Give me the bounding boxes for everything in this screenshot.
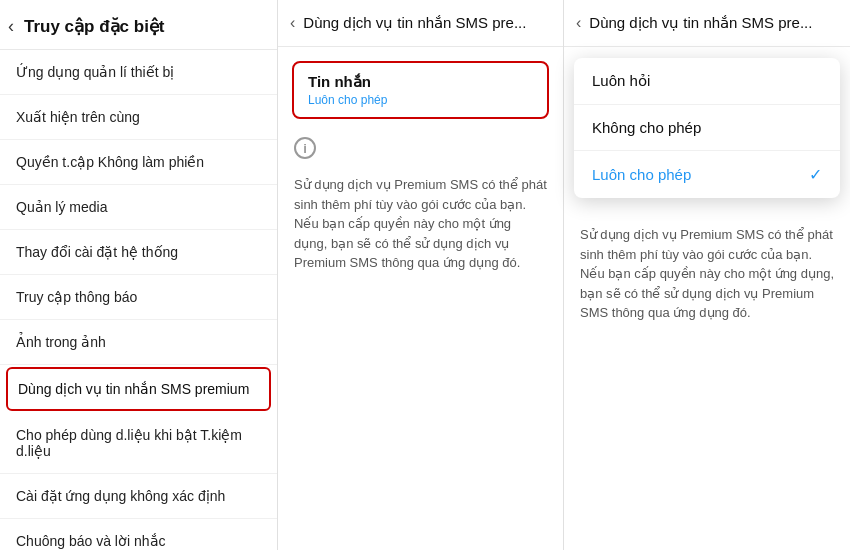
left-menu-list: Ứng dụng quản lí thiết bịXuất hiện trên …	[0, 50, 277, 550]
dropdown-item-khong-cho-phep[interactable]: Không cho phép	[574, 105, 840, 151]
right-panel-title: Dùng dịch vụ tin nhắn SMS pre...	[589, 14, 812, 32]
info-circle-icon: i	[294, 137, 316, 159]
middle-panel: ‹ Dùng dịch vụ tin nhắn SMS pre... Tin n…	[278, 0, 564, 550]
left-header: ‹ Truy cập đặc biệt	[0, 0, 277, 50]
tin-nhan-sublabel: Luôn cho phép	[308, 93, 533, 107]
check-mark-icon: ✓	[809, 165, 822, 184]
sidebar-item-cho-phep-dung[interactable]: Cho phép dùng d.liệu khi bật T.kiệm d.li…	[0, 413, 277, 474]
dropdown-item-label-luon-cho-phep: Luôn cho phép	[592, 166, 691, 183]
dropdown-item-label-khong-cho-phep: Không cho phép	[592, 119, 701, 136]
right-header: ‹ Dùng dịch vụ tin nhắn SMS pre...	[564, 0, 850, 47]
tin-nhan-label: Tin nhắn	[308, 73, 533, 91]
right-panel: ‹ Dùng dịch vụ tin nhắn SMS pre... Luôn …	[564, 0, 850, 550]
sidebar-item-chuong-bao[interactable]: Chuông báo và lời nhắc	[0, 519, 277, 550]
sidebar-item-thay-doi-cai-dat[interactable]: Thay đổi cài đặt hệ thống	[0, 230, 277, 275]
tin-nhan-box[interactable]: Tin nhắn Luôn cho phép	[292, 61, 549, 119]
right-back-arrow[interactable]: ‹	[576, 14, 581, 32]
middle-back-arrow[interactable]: ‹	[290, 14, 295, 32]
left-panel: ‹ Truy cập đặc biệt Ứng dụng quản lí thi…	[0, 0, 278, 550]
middle-description: Sử dụng dịch vụ Premium SMS có thể phát …	[278, 167, 563, 289]
sidebar-item-quan-ly-media[interactable]: Quản lý media	[0, 185, 277, 230]
right-description: Sử dụng dịch vụ Premium SMS có thể phát …	[564, 217, 850, 339]
left-panel-title: Truy cập đặc biệt	[24, 16, 165, 37]
middle-panel-title: Dùng dịch vụ tin nhắn SMS pre...	[303, 14, 526, 32]
dropdown-item-luon-cho-phep[interactable]: Luôn cho phép✓	[574, 151, 840, 198]
sidebar-item-cai-dat-ung-dung[interactable]: Cài đặt ứng dụng không xác định	[0, 474, 277, 519]
sidebar-item-dung-dich-vu-sms[interactable]: Dùng dịch vụ tin nhắn SMS premium	[6, 367, 271, 411]
sidebar-item-truy-cap-thong-bao[interactable]: Truy cập thông báo	[0, 275, 277, 320]
dropdown-item-luon-hoi[interactable]: Luôn hỏi	[574, 58, 840, 105]
dropdown-item-label-luon-hoi: Luôn hỏi	[592, 72, 650, 89]
sidebar-item-anh-trong-anh[interactable]: Ảnh trong ảnh	[0, 320, 277, 365]
dropdown-menu: Luôn hỏiKhông cho phépLuôn cho phép✓	[574, 58, 840, 198]
left-back-arrow[interactable]: ‹	[8, 16, 14, 37]
info-icon-row: i	[278, 129, 563, 167]
sidebar-item-quyen-t-cap[interactable]: Quyền t.cập Không làm phiền	[0, 140, 277, 185]
middle-header: ‹ Dùng dịch vụ tin nhắn SMS pre...	[278, 0, 563, 47]
sidebar-item-ung-dung-quan-li[interactable]: Ứng dụng quản lí thiết bị	[0, 50, 277, 95]
sidebar-item-xuat-hien-tren-cung[interactable]: Xuất hiện trên cùng	[0, 95, 277, 140]
